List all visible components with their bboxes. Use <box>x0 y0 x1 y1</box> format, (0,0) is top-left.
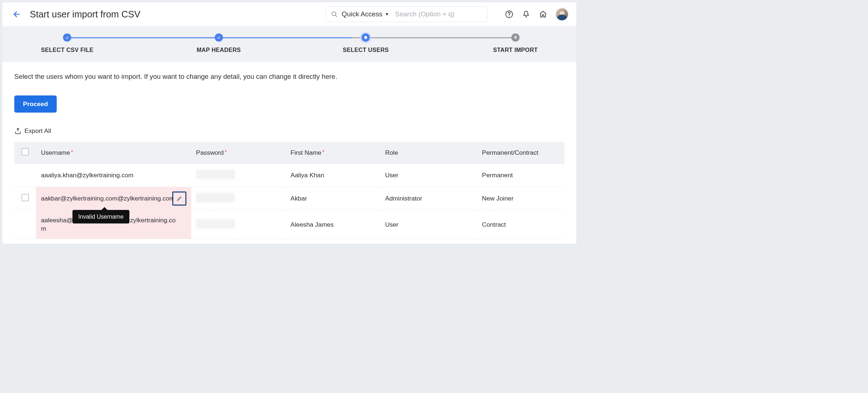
svg-point-4 <box>509 16 510 16</box>
cell-first-name[interactable]: Aleesha James <box>286 210 380 239</box>
cell-type[interactable]: Contract <box>477 210 564 239</box>
step-label: SELECT CSV FILE <box>41 46 94 53</box>
export-label: Export All <box>24 127 51 135</box>
col-type[interactable]: Permanent/Contract <box>477 142 564 164</box>
search-icon <box>331 11 338 18</box>
step-start-import[interactable]: 4 START IMPORT <box>493 33 538 53</box>
step-number: 4 <box>511 33 520 42</box>
export-icon <box>14 127 21 134</box>
cell-first-name[interactable]: Akbar <box>286 187 380 210</box>
quick-access-search[interactable]: Quick Access ▼ <box>325 7 487 22</box>
search-input[interactable] <box>395 11 482 18</box>
cell-password[interactable] <box>191 187 286 210</box>
error-tooltip: Invalid Username <box>72 210 129 223</box>
page-title: Start user import from CSV <box>30 9 140 20</box>
svg-line-2 <box>335 15 337 17</box>
step-label: SELECT USERS <box>343 46 389 53</box>
pencil-icon <box>176 195 182 202</box>
cell-type[interactable]: New Joiner <box>477 187 564 210</box>
row-checkbox[interactable] <box>21 194 29 201</box>
svg-point-1 <box>332 12 336 16</box>
col-first-name[interactable]: First Name* <box>286 142 380 164</box>
table-row[interactable]: aakbar@zylkertraining.com@zylkertraining… <box>14 187 564 210</box>
proceed-button[interactable]: Proceed <box>14 96 56 113</box>
col-role[interactable]: Role <box>380 142 477 164</box>
step-map-headers[interactable]: MAP HEADERS <box>197 33 241 53</box>
cell-password[interactable] <box>191 210 286 239</box>
check-icon <box>217 36 221 40</box>
cell-type[interactable]: Permanent <box>477 163 564 187</box>
app-frame: Start user import from CSV Quick Access … <box>2 2 576 244</box>
cell-username[interactable]: aakbar@zylkertraining.com@zylkertraining… <box>36 187 191 210</box>
col-username[interactable]: Username* <box>36 142 191 164</box>
users-table: Username* Password* First Name* Role Per… <box>14 142 564 239</box>
cell-username[interactable]: aaaliya.khan@zylkertraining.com <box>36 163 191 187</box>
quick-access-label[interactable]: Quick Access <box>342 11 382 18</box>
header-icons <box>504 8 568 21</box>
export-all-button[interactable]: Export All <box>14 127 51 135</box>
bell-icon[interactable] <box>521 9 531 19</box>
step-label: MAP HEADERS <box>197 46 241 53</box>
table-header-row: Username* Password* First Name* Role Per… <box>14 142 564 164</box>
cell-role[interactable]: Administrator <box>380 187 477 210</box>
help-icon[interactable] <box>504 9 514 19</box>
wizard-stepper: SELECT CSV FILE MAP HEADERS SELECT USERS… <box>2 27 576 62</box>
step-select-csv[interactable]: SELECT CSV FILE <box>41 33 94 53</box>
arrow-left-icon <box>12 10 21 19</box>
edit-username-button[interactable] <box>172 191 186 206</box>
back-button[interactable] <box>10 8 23 21</box>
col-password[interactable]: Password* <box>191 142 286 164</box>
step-select-users[interactable]: SELECT USERS <box>343 33 389 53</box>
cell-role[interactable]: User <box>380 210 477 239</box>
user-avatar[interactable] <box>555 8 568 21</box>
instruction-text: Select the users whom you want to import… <box>14 72 564 82</box>
table-row[interactable]: aaaliya.khan@zylkertraining.com Aaliya K… <box>14 163 564 187</box>
home-icon[interactable] <box>538 9 548 19</box>
content-area: Select the users whom you want to import… <box>2 62 576 244</box>
check-icon <box>65 36 69 40</box>
page-header: Start user import from CSV Quick Access … <box>2 2 576 27</box>
step-label: START IMPORT <box>493 46 538 53</box>
caret-down-icon[interactable]: ▼ <box>385 12 389 17</box>
cell-first-name[interactable]: Aaliya Khan <box>286 163 380 187</box>
cell-role[interactable]: User <box>380 163 477 187</box>
select-all-checkbox[interactable] <box>21 148 29 155</box>
cell-password[interactable] <box>191 163 286 187</box>
